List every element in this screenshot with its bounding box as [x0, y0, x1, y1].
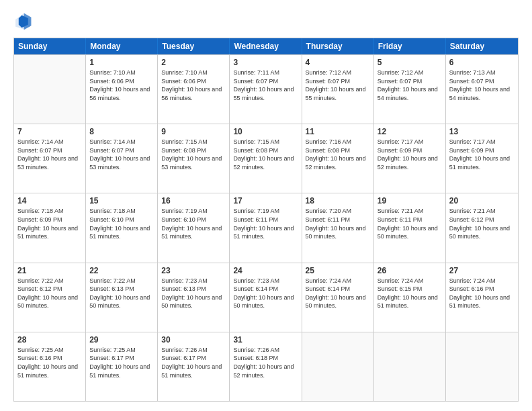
page: SundayMondayTuesdayWednesdayThursdayFrid… — [0, 0, 532, 411]
calendar-cell: 19Sunrise: 7:21 AM Sunset: 6:11 PM Dayli… — [374, 193, 446, 262]
calendar-cell: 5Sunrise: 7:12 AM Sunset: 6:07 PM Daylig… — [374, 55, 446, 124]
day-number: 20 — [449, 196, 515, 205]
day-number: 3 — [233, 58, 298, 67]
weekday-header-thursday: Thursday — [302, 38, 374, 54]
cell-info: Sunrise: 7:18 AM Sunset: 6:10 PM Dayligh… — [89, 207, 154, 240]
calendar-cell: 24Sunrise: 7:23 AM Sunset: 6:14 PM Dayli… — [230, 263, 302, 332]
cell-info: Sunrise: 7:15 AM Sunset: 6:08 PM Dayligh… — [233, 138, 298, 171]
cell-info: Sunrise: 7:20 AM Sunset: 6:11 PM Dayligh… — [306, 207, 370, 240]
cell-info: Sunrise: 7:25 AM Sunset: 6:16 PM Dayligh… — [17, 346, 82, 379]
calendar-cell: 12Sunrise: 7:17 AM Sunset: 6:09 PM Dayli… — [374, 124, 446, 193]
calendar-cell: 23Sunrise: 7:23 AM Sunset: 6:13 PM Dayli… — [158, 263, 230, 332]
day-number: 31 — [233, 335, 298, 345]
cell-info: Sunrise: 7:10 AM Sunset: 6:06 PM Dayligh… — [89, 68, 154, 102]
day-number: 21 — [17, 266, 82, 275]
cell-info: Sunrise: 7:17 AM Sunset: 6:09 PM Dayligh… — [378, 138, 442, 171]
day-number: 12 — [378, 127, 442, 136]
calendar-cell: 15Sunrise: 7:18 AM Sunset: 6:10 PM Dayli… — [86, 193, 158, 262]
cell-info: Sunrise: 7:24 AM Sunset: 6:14 PM Dayligh… — [306, 277, 370, 310]
day-number: 23 — [161, 266, 226, 275]
cell-info: Sunrise: 7:23 AM Sunset: 6:14 PM Dayligh… — [233, 277, 298, 310]
calendar-header: SundayMondayTuesdayWednesdayThursdayFrid… — [14, 38, 518, 54]
calendar-row-2: 7Sunrise: 7:14 AM Sunset: 6:07 PM Daylig… — [14, 124, 518, 193]
calendar-cell: 9Sunrise: 7:15 AM Sunset: 6:08 PM Daylig… — [158, 124, 230, 193]
calendar-cell: 26Sunrise: 7:24 AM Sunset: 6:15 PM Dayli… — [374, 263, 446, 332]
calendar-cell: 4Sunrise: 7:12 AM Sunset: 6:07 PM Daylig… — [302, 55, 374, 124]
day-number: 22 — [89, 266, 154, 275]
cell-info: Sunrise: 7:21 AM Sunset: 6:12 PM Dayligh… — [449, 207, 515, 240]
day-number: 2 — [161, 58, 226, 67]
calendar-cell — [446, 332, 518, 401]
calendar-cell: 20Sunrise: 7:21 AM Sunset: 6:12 PM Dayli… — [446, 193, 518, 262]
calendar-cell: 7Sunrise: 7:14 AM Sunset: 6:07 PM Daylig… — [14, 124, 86, 193]
calendar-row-5: 28Sunrise: 7:25 AM Sunset: 6:16 PM Dayli… — [14, 332, 518, 401]
calendar-cell: 8Sunrise: 7:14 AM Sunset: 6:07 PM Daylig… — [86, 124, 158, 193]
day-number: 27 — [449, 266, 515, 275]
header — [13, 12, 519, 31]
cell-info: Sunrise: 7:18 AM Sunset: 6:09 PM Dayligh… — [17, 207, 82, 240]
cell-info: Sunrise: 7:17 AM Sunset: 6:09 PM Dayligh… — [449, 138, 515, 171]
calendar-cell: 16Sunrise: 7:19 AM Sunset: 6:10 PM Dayli… — [158, 193, 230, 262]
cell-info: Sunrise: 7:14 AM Sunset: 6:07 PM Dayligh… — [17, 138, 82, 171]
cell-info: Sunrise: 7:24 AM Sunset: 6:16 PM Dayligh… — [449, 277, 515, 310]
calendar-cell — [14, 55, 86, 124]
calendar-cell: 14Sunrise: 7:18 AM Sunset: 6:09 PM Dayli… — [14, 193, 86, 262]
day-number: 1 — [89, 58, 154, 67]
weekday-header-friday: Friday — [374, 38, 446, 54]
day-number: 7 — [17, 127, 82, 136]
calendar-cell: 17Sunrise: 7:19 AM Sunset: 6:11 PM Dayli… — [230, 193, 302, 262]
day-number: 5 — [378, 58, 442, 67]
weekday-header-wednesday: Wednesday — [230, 38, 302, 54]
cell-info: Sunrise: 7:26 AM Sunset: 6:18 PM Dayligh… — [233, 346, 298, 379]
day-number: 25 — [306, 266, 370, 275]
cell-info: Sunrise: 7:19 AM Sunset: 6:11 PM Dayligh… — [233, 207, 298, 240]
day-number: 30 — [161, 335, 226, 345]
calendar-cell: 28Sunrise: 7:25 AM Sunset: 6:16 PM Dayli… — [14, 332, 86, 401]
day-number: 13 — [449, 127, 515, 136]
logo-icon — [13, 12, 32, 31]
day-number: 24 — [233, 266, 298, 275]
calendar-cell: 1Sunrise: 7:10 AM Sunset: 6:06 PM Daylig… — [86, 55, 158, 124]
cell-info: Sunrise: 7:11 AM Sunset: 6:07 PM Dayligh… — [233, 68, 298, 102]
calendar-cell: 10Sunrise: 7:15 AM Sunset: 6:08 PM Dayli… — [230, 124, 302, 193]
day-number: 11 — [306, 127, 370, 136]
logo — [13, 12, 35, 31]
cell-info: Sunrise: 7:15 AM Sunset: 6:08 PM Dayligh… — [161, 138, 226, 171]
cell-info: Sunrise: 7:12 AM Sunset: 6:07 PM Dayligh… — [378, 68, 442, 102]
cell-info: Sunrise: 7:10 AM Sunset: 6:06 PM Dayligh… — [161, 68, 226, 102]
calendar-cell: 25Sunrise: 7:24 AM Sunset: 6:14 PM Dayli… — [302, 263, 374, 332]
calendar-cell: 29Sunrise: 7:25 AM Sunset: 6:17 PM Dayli… — [86, 332, 158, 401]
day-number: 15 — [89, 196, 154, 205]
day-number: 29 — [89, 335, 154, 345]
cell-info: Sunrise: 7:12 AM Sunset: 6:07 PM Dayligh… — [306, 68, 370, 102]
calendar: SundayMondayTuesdayWednesdayThursdayFrid… — [13, 38, 519, 402]
day-number: 26 — [378, 266, 442, 275]
day-number: 17 — [233, 196, 298, 205]
day-number: 16 — [161, 196, 226, 205]
day-number: 28 — [17, 335, 82, 345]
cell-info: Sunrise: 7:16 AM Sunset: 6:08 PM Dayligh… — [306, 138, 370, 171]
calendar-cell: 18Sunrise: 7:20 AM Sunset: 6:11 PM Dayli… — [302, 193, 374, 262]
calendar-body: 1Sunrise: 7:10 AM Sunset: 6:06 PM Daylig… — [14, 54, 518, 401]
weekday-header-sunday: Sunday — [14, 38, 86, 54]
calendar-cell: 27Sunrise: 7:24 AM Sunset: 6:16 PM Dayli… — [446, 263, 518, 332]
weekday-header-tuesday: Tuesday — [158, 38, 230, 54]
calendar-cell — [302, 332, 374, 401]
weekday-header-saturday: Saturday — [446, 38, 518, 54]
day-number: 10 — [233, 127, 298, 136]
day-number: 6 — [449, 58, 515, 67]
cell-info: Sunrise: 7:25 AM Sunset: 6:17 PM Dayligh… — [89, 346, 154, 379]
calendar-cell: 6Sunrise: 7:13 AM Sunset: 6:07 PM Daylig… — [446, 55, 518, 124]
day-number: 9 — [161, 127, 226, 136]
cell-info: Sunrise: 7:19 AM Sunset: 6:10 PM Dayligh… — [161, 207, 226, 240]
cell-info: Sunrise: 7:23 AM Sunset: 6:13 PM Dayligh… — [161, 277, 226, 310]
calendar-cell: 11Sunrise: 7:16 AM Sunset: 6:08 PM Dayli… — [302, 124, 374, 193]
day-number: 14 — [17, 196, 82, 205]
calendar-cell: 2Sunrise: 7:10 AM Sunset: 6:06 PM Daylig… — [158, 55, 230, 124]
calendar-cell: 31Sunrise: 7:26 AM Sunset: 6:18 PM Dayli… — [230, 332, 302, 401]
day-number: 8 — [89, 127, 154, 136]
calendar-cell: 30Sunrise: 7:26 AM Sunset: 6:17 PM Dayli… — [158, 332, 230, 401]
calendar-row-4: 21Sunrise: 7:22 AM Sunset: 6:12 PM Dayli… — [14, 263, 518, 332]
calendar-row-3: 14Sunrise: 7:18 AM Sunset: 6:09 PM Dayli… — [14, 193, 518, 262]
calendar-cell: 13Sunrise: 7:17 AM Sunset: 6:09 PM Dayli… — [446, 124, 518, 193]
